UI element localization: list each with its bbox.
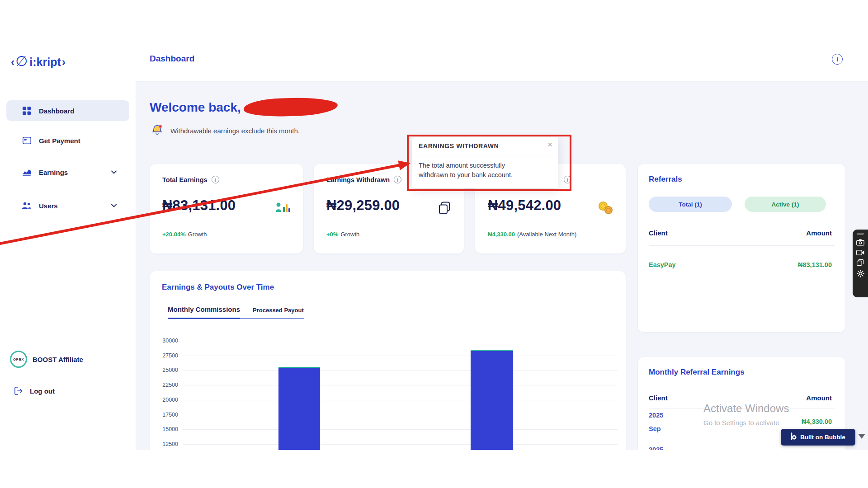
chart-title: Earnings & Payouts Over Time	[162, 283, 274, 292]
gridline	[183, 429, 618, 430]
opex-logo: OPEX	[10, 351, 27, 368]
monthly-referrals-title: Monthly Referral Earnings	[649, 368, 745, 377]
dashboard-icon	[22, 107, 32, 115]
monthly-amount: ₦4,330.00	[802, 418, 832, 425]
info-icon[interactable]: i	[394, 176, 401, 183]
partner-label: BOOST Affiliate	[33, 356, 83, 363]
y-tick-label: 30000	[162, 337, 178, 344]
monthly-client-month: Sep	[649, 425, 661, 432]
column-client: Client	[649, 394, 668, 402]
camera-icon[interactable]	[856, 239, 864, 246]
logout-icon	[14, 387, 24, 395]
stat-growth: +20.04%Growth	[162, 231, 207, 238]
chart-y-axis: 30000 27500 25000 22500 20000 17500 1500…	[153, 339, 178, 450]
gridline	[183, 341, 618, 341]
video-camera-icon[interactable]	[856, 250, 864, 255]
referrals-active-pill[interactable]: Active (1)	[745, 197, 826, 212]
sidebar-item-label: Dashboard	[39, 107, 74, 115]
logout-button[interactable]: Log out	[14, 387, 55, 395]
sidebar-item-label: Users	[39, 202, 58, 210]
divider	[649, 245, 835, 246]
referrals-total-pill[interactable]: Total (1)	[649, 197, 732, 212]
y-tick-label: 17500	[162, 411, 178, 418]
person-chart-icon	[275, 201, 290, 216]
notice-row: Withdrawable earnings exclude this month…	[151, 124, 300, 138]
main-header: Dashboard i	[136, 38, 868, 82]
stat-growth: +0%Growth	[326, 231, 359, 238]
withdrawable-notice: Withdrawable earnings exclude this month…	[170, 127, 300, 135]
earnings-chart-icon	[22, 169, 32, 176]
referrals-columns: Client Amount	[649, 229, 832, 237]
chevron-down-icon[interactable]	[111, 204, 117, 207]
stat-value: ₦83,131.00	[162, 197, 236, 214]
growth-value: +20.04%	[162, 231, 186, 238]
gear-icon[interactable]	[857, 270, 864, 277]
column-amount: Amount	[806, 229, 832, 237]
stat-title: Earnings Withdrawn	[326, 176, 390, 183]
gridline	[183, 370, 618, 371]
logo-open-bracket: ‹	[11, 56, 14, 69]
sidebar: ‹∅i:kript› Dashboard Get Payment Earning…	[0, 38, 136, 450]
referral-row: EasyPay ₦83,131.00	[649, 261, 832, 268]
bubble-logo-icon	[791, 432, 797, 442]
gridline	[183, 444, 618, 445]
total-earnings-card: Total Earnings i ₦83,131.00 +20.04%Growt…	[150, 164, 303, 253]
sidebar-item-dashboard[interactable]: Dashboard	[6, 100, 129, 121]
logo-text: i:kript	[29, 56, 61, 69]
tooltip-divider	[412, 156, 558, 156]
scroll-down-arrow-icon[interactable]	[858, 434, 865, 439]
screen-recorder-toolbar	[853, 230, 868, 297]
tooltip-body: The total amount successfully withdrawn …	[419, 161, 520, 180]
y-tick-label: 20000	[162, 396, 178, 404]
earnings-payouts-card: Earnings & Payouts Over Time Monthly Com…	[150, 271, 626, 450]
info-icon[interactable]: i	[564, 176, 571, 183]
sidebar-item-earnings[interactable]: Earnings	[6, 162, 129, 183]
tab-monthly-commissions[interactable]: Monthly Commissions	[168, 305, 240, 319]
gridline	[183, 356, 618, 356]
info-icon[interactable]: i	[832, 54, 843, 65]
payment-card-icon	[22, 137, 32, 144]
brand-logo: ‹∅i:kript›	[11, 54, 66, 70]
y-tick-label: 25000	[162, 366, 178, 374]
windows-icon[interactable]	[857, 259, 864, 266]
stat-title: Total Earnings	[162, 176, 208, 183]
referrals-card: Referrals Total (1) Active (1) Client Am…	[638, 164, 845, 332]
close-icon[interactable]: ×	[547, 140, 552, 150]
column-amount: Amount	[806, 394, 832, 402]
tab-processed-payout[interactable]: Processed Payout	[253, 307, 304, 318]
referral-client: EasyPay	[649, 261, 676, 268]
referral-amount: ₦83,131.00	[798, 261, 832, 268]
growth-label: Growth	[188, 231, 207, 238]
sidebar-item-users[interactable]: Users	[6, 195, 129, 216]
chevron-down-icon[interactable]	[111, 170, 117, 174]
gridline	[183, 400, 618, 400]
app-window: ‹∅i:kript› Dashboard Get Payment Earning…	[0, 38, 868, 450]
info-icon[interactable]: i	[212, 176, 219, 183]
chart-plot	[183, 339, 618, 450]
tooltip-title: EARNINGS WITHDRAWN	[419, 142, 499, 150]
logo-close-bracket: ›	[62, 56, 66, 69]
bell-icon	[151, 124, 163, 138]
gridline	[183, 385, 618, 385]
built-on-bubble-badge[interactable]: Built on Bubble	[781, 429, 855, 446]
sidebar-item-label: Get Payment	[39, 137, 80, 145]
users-icon	[22, 202, 32, 209]
referrals-title: Referrals	[649, 175, 682, 184]
boost-affiliate-link[interactable]: OPEX BOOST Affiliate	[10, 351, 83, 368]
copy-pages-icon	[438, 201, 451, 216]
bubble-badge-label: Built on Bubble	[800, 434, 845, 441]
monthly-client-year: 2025	[649, 446, 663, 450]
monthly-columns: Client Amount	[649, 394, 832, 402]
column-client: Client	[649, 229, 668, 237]
growth-label: Growth	[340, 231, 359, 238]
drag-handle-icon[interactable]	[857, 233, 864, 235]
y-tick-label: 22500	[162, 381, 178, 389]
sidebar-item-get-payment[interactable]: Get Payment	[6, 130, 129, 151]
chart-bar	[278, 367, 320, 450]
y-tick-label: 12500	[162, 441, 178, 448]
y-tick-label: 27500	[162, 352, 178, 359]
activate-windows-subtext: Go to Settings to activate	[703, 419, 779, 427]
growth-value: ₦4,330.00	[488, 231, 515, 238]
sidebar-item-label: Earnings	[39, 169, 68, 176]
stat-value: ₦49,542.00	[488, 197, 561, 214]
